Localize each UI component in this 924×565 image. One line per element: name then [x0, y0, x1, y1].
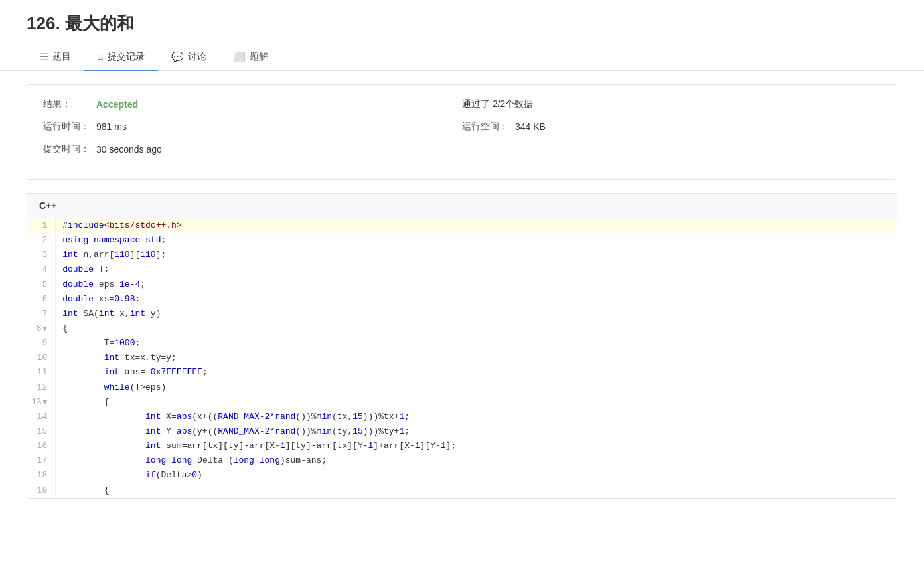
code-line-content: int SA(int x,int y) [56, 307, 897, 321]
table-row: 15 int Y=abs(y+((RAND_MAX-2*rand())%min(… [27, 424, 897, 439]
result-submit-value: 30 seconds ago [96, 144, 162, 155]
code-body[interactable]: 1#include<bits/stdc++.h>2using namespace… [27, 218, 897, 498]
code-line-content: while(T>eps) [56, 380, 897, 395]
table-row: 18 if(Delta>0) [27, 468, 897, 483]
result-runtime-value: 981 ms [96, 121, 127, 132]
tab-submissions-label: 提交记录 [108, 51, 145, 63]
table-row: 8▼{ [27, 321, 897, 336]
code-line-content: { [56, 395, 897, 410]
result-memory-cell: 运行空间： 344 KB [462, 121, 881, 133]
line-number: 17 [27, 453, 56, 468]
result-runtime-label: 运行时间： [43, 121, 96, 133]
line-number: 19 [27, 483, 56, 498]
table-row: 7int SA(int x,int y) [27, 307, 897, 321]
code-line-content: #include<bits/stdc++.h> [56, 218, 897, 233]
result-pass-cell: 通过了 2/2个数据 [462, 98, 881, 110]
code-line-content: { [56, 321, 897, 336]
code-line-content: { [56, 483, 897, 498]
line-number: 1 [27, 218, 56, 233]
line-number: 14 [27, 410, 56, 424]
table-row: 3int n,arr[110][110]; [27, 248, 897, 262]
table-row: 5double eps=1e-4; [27, 278, 897, 292]
code-line-content: int Y=abs(y+((RAND_MAX-2*rand())%min(ty,… [56, 424, 897, 439]
result-runtime-cell: 运行时间： 981 ms [43, 121, 462, 133]
result-card: 结果： Accepted 通过了 2/2个数据 运行时间： 981 ms 运行空… [27, 84, 897, 180]
line-number: 4 [27, 262, 56, 277]
result-submit-cell: 提交时间： 30 seconds ago [43, 143, 462, 155]
code-line-content: int ans=-0x7FFFFFFF; [56, 365, 897, 380]
page-title: 126. 最大的和 [0, 0, 924, 44]
line-number: 2 [27, 233, 56, 248]
code-line-content: if(Delta>0) [56, 468, 897, 483]
line-number: 8▼ [27, 321, 56, 336]
code-language: C++ [27, 194, 897, 218]
code-line-content: int X=abs(x+((RAND_MAX-2*rand())%min(tx,… [56, 410, 897, 424]
code-line-content: long long Delta=(long long)sum-ans; [56, 453, 897, 468]
table-row: 12 while(T>eps) [27, 380, 897, 395]
tab-problem-label: 题目 [52, 51, 71, 63]
result-status-cell: 结果： Accepted [43, 98, 462, 110]
line-number: 16 [27, 439, 56, 453]
code-line-content: int n,arr[110][110]; [56, 248, 897, 262]
code-line-content: int sum=arr[tx][ty]-arr[X-1][ty]-arr[tx]… [56, 439, 897, 453]
result-pass-value: 通过了 2/2个数据 [462, 98, 533, 110]
table-row: 11 int ans=-0x7FFFFFFF; [27, 365, 897, 380]
line-number: 9 [27, 336, 56, 351]
table-row: 2using namespace std; [27, 233, 897, 248]
result-memory-label: 运行空间： [462, 121, 515, 133]
table-row: 6double xs=0.98; [27, 292, 897, 307]
line-number: 18 [27, 468, 56, 483]
solution-icon: ⬜ [233, 51, 246, 63]
line-number: 15 [27, 424, 56, 439]
tab-solution-label: 题解 [250, 51, 268, 63]
tab-solution[interactable]: ⬜ 题解 [220, 44, 281, 71]
code-line-content: using namespace std; [56, 233, 897, 248]
table-row: 4double T; [27, 262, 897, 277]
line-number: 11 [27, 365, 56, 380]
tab-problem[interactable]: ☰ 题目 [27, 44, 84, 71]
code-line-content: int tx=x,ty=y; [56, 351, 897, 365]
table-row: 14 int X=abs(x+((RAND_MAX-2*rand())%min(… [27, 410, 897, 424]
submissions-icon: ≡ [98, 52, 104, 63]
code-line-content: double eps=1e-4; [56, 278, 897, 292]
problem-icon: ☰ [40, 51, 48, 63]
table-row: 19 { [27, 483, 897, 498]
table-row: 9 T=1000; [27, 336, 897, 351]
table-row: 13▼ { [27, 395, 897, 410]
tab-discuss[interactable]: 💬 讨论 [158, 44, 220, 71]
tab-submissions[interactable]: ≡ 提交记录 [84, 44, 158, 71]
table-row: 17 long long Delta=(long long)sum-ans; [27, 453, 897, 468]
result-submit-label: 提交时间： [43, 143, 96, 155]
tab-bar: ☰ 题目 ≡ 提交记录 💬 讨论 ⬜ 题解 [0, 44, 924, 71]
line-number: 10 [27, 351, 56, 365]
tab-discuss-label: 讨论 [188, 51, 206, 63]
line-number: 13▼ [27, 395, 56, 410]
line-number: 3 [27, 248, 56, 262]
table-row: 16 int sum=arr[tx][ty]-arr[X-1][ty]-arr[… [27, 439, 897, 453]
discuss-icon: 💬 [171, 51, 184, 63]
result-status-label: 结果： [43, 98, 96, 110]
code-table: 1#include<bits/stdc++.h>2using namespace… [27, 218, 897, 498]
table-row: 10 int tx=x,ty=y; [27, 351, 897, 365]
line-number: 5 [27, 278, 56, 292]
line-number: 6 [27, 292, 56, 307]
code-card: C++ 1#include<bits/stdc++.h>2using names… [27, 193, 897, 499]
code-line-content: double T; [56, 262, 897, 277]
line-number: 7 [27, 307, 56, 321]
line-number: 12 [27, 380, 56, 395]
result-memory-value: 344 KB [515, 121, 546, 132]
code-line-content: T=1000; [56, 336, 897, 351]
table-row: 1#include<bits/stdc++.h> [27, 218, 897, 233]
result-status-value: Accepted [96, 99, 138, 110]
code-line-content: double xs=0.98; [56, 292, 897, 307]
